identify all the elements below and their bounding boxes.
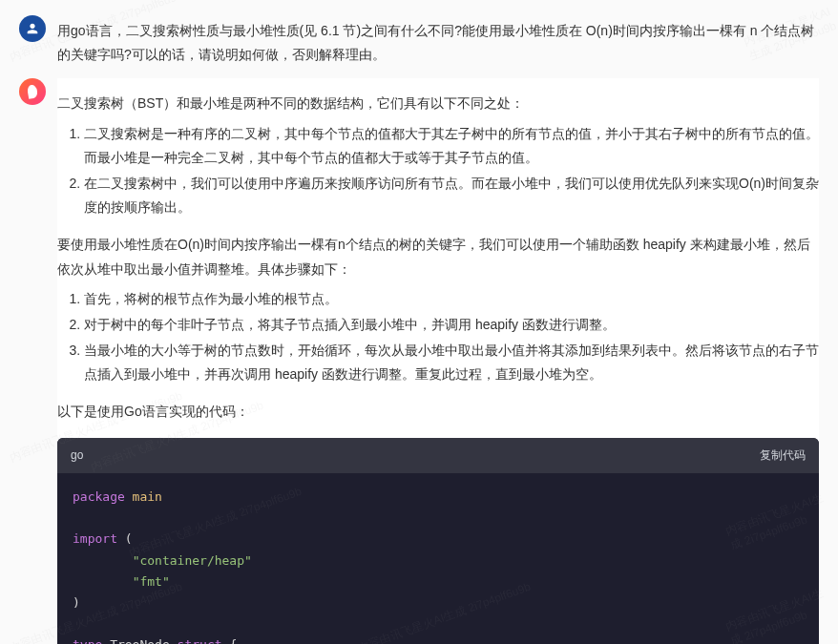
- code-keyword: import: [73, 531, 117, 546]
- code-text: ): [73, 595, 80, 610]
- code-text: (: [117, 531, 133, 546]
- code-pkg: main: [125, 489, 162, 504]
- code-language-label: go: [71, 446, 83, 467]
- intro-paragraph: 二叉搜索树（BST）和最小堆是两种不同的数据结构，它们具有以下不同之处：: [57, 92, 819, 115]
- list-item: 首先，将树的根节点作为最小堆的根节点。: [84, 287, 819, 311]
- code-keyword: struct: [178, 637, 222, 644]
- steps-list: 首先，将树的根节点作为最小堆的根节点。 对于树中的每个非叶子节点，将其子节点插入…: [57, 287, 819, 387]
- code-body[interactable]: package main import ( "container/heap" "…: [57, 473, 819, 644]
- list-item: 对于树中的每个非叶子节点，将其子节点插入到最小堆中，并调用 heapify 函数…: [84, 313, 819, 337]
- code-string: "container/heap": [133, 553, 252, 568]
- user-text: 用go语言，二叉搜索树性质与最小堆性质(见 6.1 节)之间有什么不同?能使用最…: [57, 15, 819, 67]
- code-text: {: [222, 637, 238, 644]
- code-keyword: package: [73, 489, 125, 504]
- method-paragraph: 要使用最小堆性质在O(n)时间内按序输出一棵有n个结点的树的关键字，我们可以使用…: [57, 233, 819, 280]
- difference-list: 二叉搜索树是一种有序的二叉树，其中每个节点的值都大于其左子树中的所有节点的值，并…: [57, 122, 819, 220]
- chat-container: 内容由讯飞星火AI生成 2i7p4plf6u9b 内容由讯飞星火AI生成 2i7…: [0, 0, 838, 644]
- code-string: "fmt": [133, 574, 170, 589]
- ai-avatar: [19, 78, 46, 105]
- ai-content: 二叉搜索树（BST）和最小堆是两种不同的数据结构，它们具有以下不同之处： 二叉搜…: [57, 78, 819, 644]
- ai-message: 二叉搜索树（BST）和最小堆是两种不同的数据结构，它们具有以下不同之处： 二叉搜…: [0, 73, 838, 644]
- person-icon: [25, 21, 40, 36]
- list-item: 二叉搜索树是一种有序的二叉树，其中每个节点的值都大于其左子树中的所有节点的值，并…: [84, 122, 819, 170]
- user-message: 用go语言，二叉搜索树性质与最小堆性质(见 6.1 节)之间有什么不同?能使用最…: [0, 10, 838, 73]
- code-intro-paragraph: 以下是使用Go语言实现的代码：: [57, 400, 819, 424]
- copy-code-button[interactable]: 复制代码: [760, 446, 806, 467]
- list-item: 在二叉搜索树中，我们可以使用中序遍历来按顺序访问所有节点。而在最小堆中，我们可以…: [84, 172, 819, 219]
- list-item: 当最小堆的大小等于树的节点数时，开始循环，每次从最小堆中取出最小值并将其添加到结…: [84, 339, 819, 386]
- code-keyword: type: [73, 637, 102, 644]
- code-text: TreeNode: [102, 637, 177, 644]
- code-header: go 复制代码: [57, 438, 819, 474]
- user-avatar: [19, 15, 46, 42]
- code-block: go 复制代码 package main import ( "container…: [57, 438, 819, 644]
